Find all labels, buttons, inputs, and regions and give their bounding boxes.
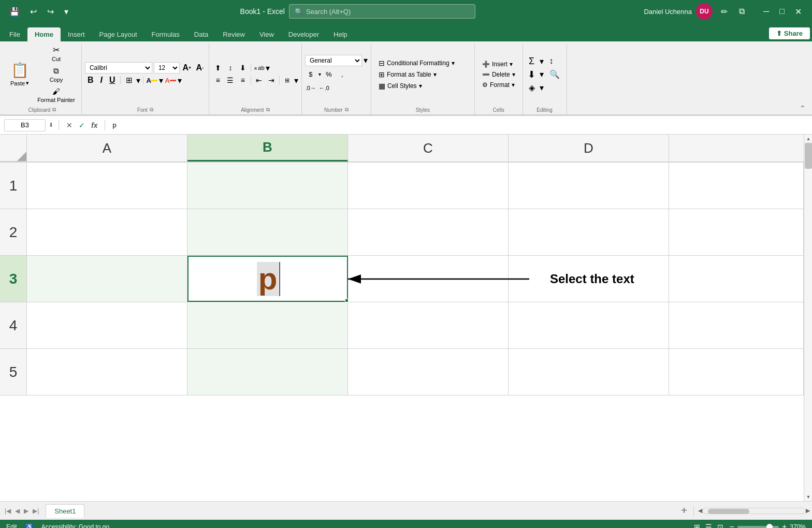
tab-data[interactable]: Data — [187, 27, 215, 41]
row-num-5[interactable]: 5 — [0, 349, 27, 395]
collapse-ribbon-button[interactable]: ⌃ — [796, 103, 809, 113]
tab-file[interactable]: File — [2, 27, 27, 41]
comma-button[interactable]: , — [337, 69, 348, 80]
tab-help[interactable]: Help — [326, 27, 355, 41]
sheet-nav-last[interactable]: ▶| — [31, 506, 40, 516]
add-sheet-button[interactable]: + — [677, 505, 691, 517]
cell-a2[interactable] — [27, 209, 187, 255]
align-top-button[interactable]: ⬆ — [212, 62, 224, 74]
increase-font-button[interactable]: A+ — [181, 62, 193, 74]
alignment-expand-icon[interactable]: ⧉ — [266, 107, 270, 113]
cell-c4[interactable] — [348, 302, 509, 348]
paste-top-button[interactable]: 📋 — [7, 61, 33, 80]
cell-c1[interactable] — [348, 163, 509, 209]
wrap-text-button[interactable]: ⌅ab — [253, 62, 265, 74]
row-num-4[interactable]: 4 — [0, 302, 27, 348]
border-button[interactable]: ⊞ — [123, 75, 135, 86]
tab-review[interactable]: Review — [215, 27, 252, 41]
indent-dec-button[interactable]: ⇤ — [253, 75, 265, 86]
page-layout-view-button[interactable]: ☰ — [704, 522, 713, 528]
zoom-slider[interactable] — [737, 526, 779, 528]
insert-cells-button[interactable]: ➕ Insert ▾ — [478, 60, 519, 69]
tab-view[interactable]: View — [252, 27, 281, 41]
h-scroll-left[interactable]: ◀ — [698, 507, 702, 514]
delete-cells-button[interactable]: ➖ Delete ▾ — [478, 70, 519, 79]
row-num-3[interactable]: 3 — [0, 256, 27, 302]
col-header-d[interactable]: D — [509, 135, 669, 162]
col-header-a[interactable]: A — [27, 135, 187, 162]
row-num-1[interactable]: 1 — [0, 163, 27, 209]
currency-button[interactable]: $ — [305, 69, 316, 80]
format-painter-button[interactable]: 🖌 Format Painter — [34, 85, 78, 105]
cell-c3[interactable]: Select the text — [348, 256, 509, 302]
formula-bar-expand-button[interactable]: ⬇ — [49, 122, 53, 128]
sheet-nav-next[interactable]: ▶ — [22, 506, 30, 516]
align-center-button[interactable]: ☰ — [225, 75, 236, 86]
sheet-nav-prev[interactable]: ◀ — [13, 506, 21, 516]
decrease-decimal-button[interactable]: ←.0 — [318, 82, 330, 94]
number-expand-icon[interactable]: ⧉ — [345, 107, 349, 113]
tab-developer[interactable]: Developer — [281, 27, 326, 41]
maximize-button[interactable]: □ — [775, 5, 789, 19]
format-cells-button[interactable]: ⚙ Format ▾ — [478, 80, 519, 90]
cell-d3[interactable] — [509, 256, 669, 302]
scroll-thumb-v[interactable] — [805, 143, 812, 169]
align-right-button[interactable]: ≡ — [237, 75, 249, 86]
copy-button[interactable]: ⧉ Copy — [34, 65, 78, 84]
normal-view-button[interactable]: ⊞ — [693, 522, 701, 528]
pen-button[interactable]: ✏ — [718, 5, 731, 19]
font-size-select[interactable]: 12 — [154, 62, 180, 74]
formula-confirm-button[interactable]: ✓ — [77, 120, 87, 130]
decrease-font-button[interactable]: A- — [194, 62, 206, 74]
col-header-b[interactable]: B — [187, 135, 348, 162]
underline-button[interactable]: U — [107, 75, 118, 86]
minimize-button[interactable]: ─ — [759, 5, 773, 19]
h-scroll-right[interactable]: ▶ — [806, 507, 810, 514]
zoom-out-button[interactable]: − — [730, 522, 734, 528]
sum-button[interactable]: Σ — [526, 55, 538, 67]
cell-reference-input[interactable] — [4, 119, 46, 131]
clear-button[interactable]: ◈ — [526, 82, 538, 93]
cell-a4[interactable] — [27, 302, 187, 348]
cell-a3[interactable] — [27, 256, 187, 302]
clipboard-expand-icon[interactable]: ⧉ — [52, 107, 56, 113]
cell-c2[interactable] — [348, 209, 509, 255]
page-break-view-button[interactable]: ⊡ — [716, 522, 724, 528]
formula-cancel-button[interactable]: ✕ — [64, 120, 75, 130]
paste-bottom-button[interactable]: Paste ▾ — [6, 80, 33, 87]
row-num-2[interactable]: 2 — [0, 209, 27, 255]
cell-b2[interactable] — [187, 209, 348, 255]
cell-a5[interactable] — [27, 349, 187, 395]
cell-d4[interactable] — [509, 302, 669, 348]
cut-button[interactable]: ✂ Cut — [34, 43, 78, 64]
format-as-table-button[interactable]: ⊞ Format as Table ▾ — [374, 69, 459, 80]
align-middle-button[interactable]: ↕ — [225, 62, 236, 74]
share-button[interactable]: ⬆ Share — [769, 27, 810, 39]
number-format-select[interactable]: General — [305, 55, 362, 66]
scroll-down-button[interactable]: ▼ — [804, 493, 812, 501]
undo-button[interactable]: ↩ — [27, 5, 40, 19]
fill-color-button[interactable]: A — [146, 75, 157, 86]
font-expand-icon[interactable]: ⧉ — [150, 107, 153, 113]
save-button[interactable]: 💾 — [6, 5, 23, 19]
cell-styles-button[interactable]: ▦ Cell Styles ▾ — [374, 81, 459, 91]
cell-b3[interactable]: p — [187, 256, 348, 302]
tab-formulas[interactable]: Formulas — [144, 27, 187, 41]
cell-b1[interactable] — [187, 163, 348, 209]
fill-button[interactable]: ⬇ — [526, 69, 538, 80]
percent-button[interactable]: % — [323, 69, 335, 80]
indent-inc-button[interactable]: ⇥ — [266, 75, 277, 86]
scroll-up-button[interactable]: ▲ — [804, 135, 812, 143]
align-left-button[interactable]: ≡ — [212, 75, 224, 86]
font-family-select[interactable]: Calibri — [85, 62, 152, 74]
font-color-button[interactable]: A — [165, 75, 176, 86]
cell-b5[interactable] — [187, 349, 348, 395]
cell-a1[interactable] — [27, 163, 187, 209]
close-button[interactable]: ✕ — [791, 5, 806, 19]
customize-qat-button[interactable]: ▾ — [61, 5, 71, 19]
search-box[interactable]: 🔍 Search (Alt+Q) — [289, 4, 475, 19]
zoom-in-button[interactable]: + — [782, 522, 787, 528]
sheet-nav-first[interactable]: |◀ — [3, 506, 12, 516]
cell-d1[interactable] — [509, 163, 669, 209]
bold-button[interactable]: B — [85, 75, 96, 86]
